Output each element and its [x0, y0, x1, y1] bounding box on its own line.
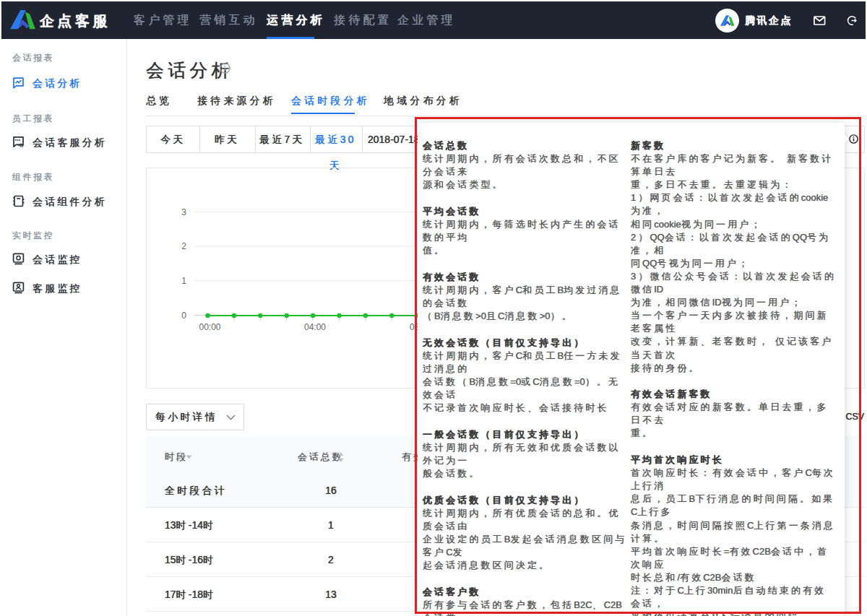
svg-text:04:00: 04:00: [304, 322, 326, 332]
svg-text:1: 1: [181, 276, 186, 286]
svg-text:2: 2: [181, 241, 186, 251]
svg-text:00:00: 00:00: [199, 322, 220, 332]
svg-text:3: 3: [181, 207, 186, 217]
svg-text:0: 0: [181, 311, 186, 321]
